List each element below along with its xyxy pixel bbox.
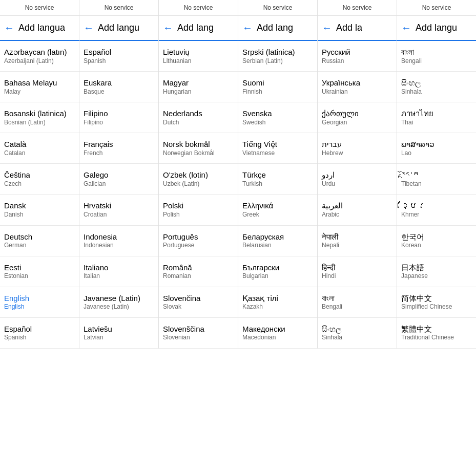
back-arrow-0[interactable]: ←: [4, 22, 14, 34]
back-arrow-1[interactable]: ←: [84, 22, 94, 34]
list-item[interactable]: Azərbaycan (latın)Azerbaijani (Latin): [0, 41, 79, 72]
lang-native-name: Lietuvių: [163, 47, 234, 57]
list-item[interactable]: עבריתHebrew: [318, 133, 397, 164]
list-item[interactable]: GalegoGalician: [79, 164, 158, 195]
list-item[interactable]: БългарскиBulgarian: [238, 256, 317, 287]
list-item[interactable]: PortuguêsPortuguese: [159, 226, 238, 256]
back-arrow-3[interactable]: ←: [242, 22, 253, 34]
list-item[interactable]: HrvatskiCroatian: [79, 195, 158, 225]
lang-native-name: 日本語: [401, 263, 472, 273]
list-item[interactable]: IndonesiaIndonesian: [79, 226, 158, 256]
lang-native-name: རྗོང་ཁ: [401, 170, 472, 180]
lang-native-name: Suomi: [242, 78, 313, 88]
list-item[interactable]: РусскийRussian: [318, 41, 397, 72]
list-item[interactable]: DanskDanish: [0, 195, 79, 225]
list-item[interactable]: বাংলাBengali: [318, 287, 397, 318]
list-item[interactable]: ItalianoItalian: [79, 256, 158, 287]
list-item[interactable]: 简体中文Simplified Chinese: [397, 287, 476, 318]
lang-native-name: বাংলা: [401, 47, 472, 57]
lang-english-name: Lao: [401, 149, 472, 158]
language-list-3: Srpski (latinica)Serbian (Latin)SuomiFin…: [238, 41, 317, 349]
lang-native-name: Nederlands: [163, 109, 234, 119]
lang-native-name: Svenska: [242, 109, 313, 119]
list-item[interactable]: EspañolSpanish: [79, 41, 158, 72]
list-item[interactable]: Bahasa MelayuMalay: [0, 72, 79, 102]
list-item[interactable]: සිංහලSinhala: [318, 318, 397, 349]
lang-english-name: Hungarian: [163, 88, 234, 96]
list-item[interactable]: ខ្មែរKhmer: [397, 195, 476, 225]
list-item[interactable]: العربيةArabic: [318, 195, 397, 225]
lang-english-name: Arabic: [322, 211, 392, 219]
status-segment-3: No service: [238, 0, 318, 15]
list-item[interactable]: Bosanski (latinica)Bosnian (Latin): [0, 102, 79, 133]
lang-english-name: Azerbaijani (Latin): [4, 57, 75, 66]
lang-native-name: Norsk bokmål: [163, 139, 234, 149]
list-item[interactable]: БеларускаяBelarusian: [238, 226, 317, 256]
lang-english-name: Japanese: [401, 272, 472, 281]
list-item[interactable]: CatalàCatalan: [0, 133, 79, 164]
back-arrow-2[interactable]: ←: [163, 22, 173, 34]
list-item[interactable]: EuskaraBasque: [79, 72, 158, 102]
panel-header-1: ←Add langu: [79, 16, 158, 41]
list-item[interactable]: Қазақ тіліKazakh: [238, 287, 317, 318]
lang-english-name: Urdu: [322, 180, 392, 188]
list-item[interactable]: FilipinoFilipino: [79, 102, 158, 133]
lang-native-name: O'zbek (lotin): [163, 170, 234, 180]
list-item[interactable]: RomânăRomanian: [159, 256, 238, 287]
list-item[interactable]: རྗོང་ཁTibetan: [397, 164, 476, 195]
list-item[interactable]: PolskiPolish: [159, 195, 238, 225]
list-item[interactable]: नेपालीNepali: [318, 226, 397, 256]
list-item[interactable]: FrançaisFrench: [79, 133, 158, 164]
list-item[interactable]: 日本語Japanese: [397, 256, 476, 287]
panel-3: ←Add langSrpski (latinica)Serbian (Latin…: [238, 16, 318, 349]
list-item[interactable]: ქართულიGeorgian: [318, 102, 397, 133]
list-item[interactable]: O'zbek (lotin)Uzbek (Latin): [159, 164, 238, 195]
list-item[interactable]: ພາສາລາວLao: [397, 133, 476, 164]
list-item[interactable]: اردوUrdu: [318, 164, 397, 195]
list-item[interactable]: SlovenčinaSlovak: [159, 287, 238, 318]
list-item[interactable]: Norsk bokmålNorwegian Bokmål: [159, 133, 238, 164]
list-item[interactable]: EestiEstonian: [0, 256, 79, 287]
lang-english-name: Spanish: [84, 57, 154, 66]
lang-native-name: Slovenčina: [163, 293, 234, 304]
list-item[interactable]: EspañolSpanish: [0, 318, 79, 349]
lang-native-name: Slovenščina: [163, 324, 234, 334]
lang-english-name: Portuguese: [163, 242, 234, 250]
lang-english-name: Basque: [84, 88, 154, 96]
list-item[interactable]: TürkçeTurkish: [238, 164, 317, 195]
list-item[interactable]: МакедонскиMacedonian: [238, 318, 317, 349]
lang-english-name: Polish: [163, 211, 234, 219]
list-item[interactable]: Tiếng ViệtVietnamese: [238, 133, 317, 164]
list-item[interactable]: LatviešuLatvian: [79, 318, 158, 349]
list-item[interactable]: සිංහලSinhala: [397, 72, 476, 102]
list-item[interactable]: SlovenščinaSlovenian: [159, 318, 238, 349]
list-item[interactable]: DeutschGerman: [0, 226, 79, 256]
list-item[interactable]: УкраїнськаUkrainian: [318, 72, 397, 102]
lang-native-name: Català: [4, 139, 75, 149]
list-item[interactable]: MagyarHungarian: [159, 72, 238, 102]
lang-native-name: Português: [163, 232, 234, 242]
list-item[interactable]: 繁體中文Traditional Chinese: [397, 318, 476, 349]
list-item[interactable]: ΕλληνικάGreek: [238, 195, 317, 225]
back-arrow-5[interactable]: ←: [401, 22, 411, 34]
lang-english-name: German: [4, 242, 75, 250]
list-item[interactable]: LietuviųLithuanian: [159, 41, 238, 72]
list-item[interactable]: বাংলাBengali: [397, 41, 476, 72]
lang-native-name: English: [4, 293, 75, 304]
back-arrow-4[interactable]: ←: [322, 22, 332, 34]
list-item[interactable]: ČeštinaCzech: [0, 164, 79, 195]
lang-english-name: Spanish: [4, 334, 75, 342]
list-item[interactable]: SvenskaSwedish: [238, 102, 317, 133]
list-item[interactable]: EnglishEnglish: [0, 287, 79, 318]
list-item[interactable]: 한국어Korean: [397, 226, 476, 256]
panel-header-3: ←Add lang: [238, 16, 317, 41]
list-item[interactable]: Javanese (Latin)Javanese (Latin): [79, 287, 158, 318]
list-item[interactable]: ภาษาไทยThai: [397, 102, 476, 133]
list-item[interactable]: हिन्दीHindi: [318, 256, 397, 287]
list-item[interactable]: SuomiFinnish: [238, 72, 317, 102]
lang-english-name: Slovak: [163, 303, 234, 311]
lang-english-name: Sinhala: [401, 88, 472, 96]
lang-native-name: Srpski (latinica): [242, 47, 313, 57]
list-item[interactable]: Srpski (latinica)Serbian (Latin): [238, 41, 317, 72]
list-item[interactable]: NederlandsDutch: [159, 102, 238, 133]
